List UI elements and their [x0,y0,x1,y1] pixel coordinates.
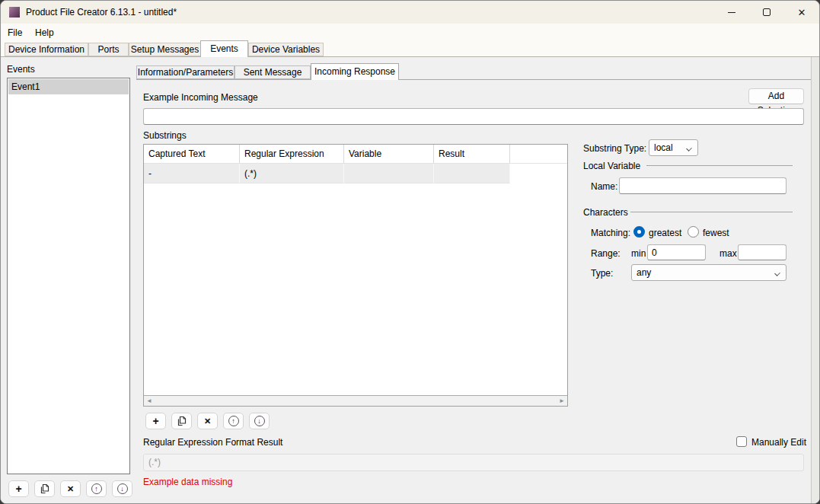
substring-type-label: Substring Type: [583,143,646,154]
cell-regular-expression[interactable]: (.*) [240,164,344,183]
type-dropdown[interactable]: any [631,264,786,281]
events-list[interactable]: Event1 [7,78,130,474]
column-header-regular-expression[interactable]: Regular Expression [240,145,344,164]
characters-group-label: Characters [583,207,628,218]
example-incoming-message-input[interactable] [143,108,804,125]
minimize-button[interactable] [714,1,749,24]
down-arrow-icon: ↓ [117,483,128,494]
up-arrow-icon: ↑ [91,483,102,494]
substring-delete-button[interactable]: ✕ [197,413,218,429]
substring-move-up-button[interactable]: ↑ [223,413,244,429]
title-bar: Product File Creator 6.13.1 - untitled* … [1,1,819,24]
close-icon: ✕ [798,7,806,18]
add-selection-button[interactable]: Add Selection [748,88,804,104]
chevron-down-icon [686,145,692,152]
substrings-label: Substrings [143,130,187,141]
local-variable-group-label: Local Variable [583,161,640,171]
substring-copy-button[interactable] [171,413,192,429]
substring-add-button[interactable]: + [145,413,166,429]
radio-fewest[interactable] [688,226,699,238]
tab-setup-messages[interactable]: Setup Messages [129,43,201,56]
minimize-icon [728,12,735,13]
copy-icon [177,416,187,426]
name-label: Name: [591,181,617,192]
column-header-variable[interactable]: Variable [344,145,434,164]
example-incoming-message-label: Example Incoming Message [143,92,258,103]
table-horizontal-scrollbar[interactable]: ◄ ► [144,395,567,406]
down-arrow-icon: ↓ [254,416,265,426]
window-title: Product File Creator 6.13.1 - untitled* [26,7,177,18]
type-value: any [637,267,651,278]
range-min-label: min [631,248,646,259]
local-variable-group-line [646,165,793,166]
chevron-down-icon [774,270,780,276]
cell-variable[interactable] [344,164,434,183]
substrings-toolbar: + ✕ ↑ ↓ [145,413,270,429]
manually-edit-checkbox[interactable] [736,436,747,447]
event-move-down-button[interactable]: ↓ [112,480,132,497]
table-row[interactable]: - (.*) [144,164,567,183]
list-item-event1[interactable]: Event1 [8,79,129,94]
app-window: Product File Creator 6.13.1 - untitled* … [0,0,820,504]
name-input[interactable] [619,177,786,194]
delete-x-icon: ✕ [204,416,211,426]
subtab-information-parameters[interactable]: Information/Parameters [136,65,235,79]
cell-captured-text[interactable]: - [144,164,240,183]
menu-file[interactable]: File [1,26,29,40]
column-header-filler [510,145,567,164]
plus-icon: + [152,416,158,426]
event-delete-button[interactable]: ✕ [60,480,81,497]
status-message: Example data missing [143,477,232,487]
characters-group-line [630,212,793,212]
event-move-up-button[interactable]: ↑ [86,480,107,497]
range-min-input[interactable] [647,244,706,260]
range-max-label: max [719,248,737,259]
plus-icon: + [15,483,21,494]
table-header-row: Captured Text Regular Expression Variabl… [144,145,567,164]
subtab-incoming-response[interactable]: Incoming Response [311,63,399,80]
close-button[interactable]: ✕ [784,1,819,24]
delete-x-icon: ✕ [67,484,74,494]
substrings-table-body: Captured Text Regular Expression Variabl… [144,145,567,395]
substring-type-dropdown[interactable]: local [649,139,698,156]
matching-label: Matching: [591,228,630,238]
event-add-button[interactable]: + [8,480,29,497]
tab-ports[interactable]: Ports [88,43,129,56]
maximize-icon [763,8,771,16]
scroll-left-icon[interactable]: ◄ [144,396,155,406]
column-header-captured-text[interactable]: Captured Text [144,145,240,164]
substrings-table[interactable]: Captured Text Regular Expression Variabl… [143,144,568,407]
radio-fewest-label[interactable]: fewest [703,228,729,238]
subtab-pane-border [136,79,811,80]
substring-type-value: local [654,142,673,153]
cell-filler [510,164,567,183]
subtab-sent-message[interactable]: Sent Message [235,65,311,79]
cell-result[interactable] [434,164,510,183]
manually-edit-label: Manually Edit [751,437,806,448]
range-max-input[interactable] [738,244,786,260]
format-result-field: (.*) [143,454,804,471]
scroll-right-icon[interactable]: ► [557,396,567,406]
range-label: Range: [591,248,621,259]
up-arrow-icon: ↑ [228,416,239,426]
type-label: Type: [591,268,613,279]
maximize-button[interactable] [749,1,784,24]
event-copy-button[interactable] [34,480,55,497]
tab-device-variables[interactable]: Device Variables [248,43,324,56]
tab-events[interactable]: Events [200,40,248,57]
copy-icon [40,483,49,494]
app-icon [9,7,20,18]
events-toolbar: + ✕ ↑ ↓ [8,480,132,497]
menu-help[interactable]: Help [28,26,61,40]
column-header-result[interactable]: Result [434,145,510,164]
substring-move-down-button[interactable]: ↓ [249,413,270,429]
radio-greatest-label[interactable]: greatest [649,228,681,238]
window-right-gutter [811,57,820,504]
tab-device-information[interactable]: Device Information [5,43,88,56]
format-result-label: Regular Expression Format Result [143,437,282,448]
events-panel-title: Events [7,64,35,75]
radio-greatest[interactable] [633,226,645,238]
